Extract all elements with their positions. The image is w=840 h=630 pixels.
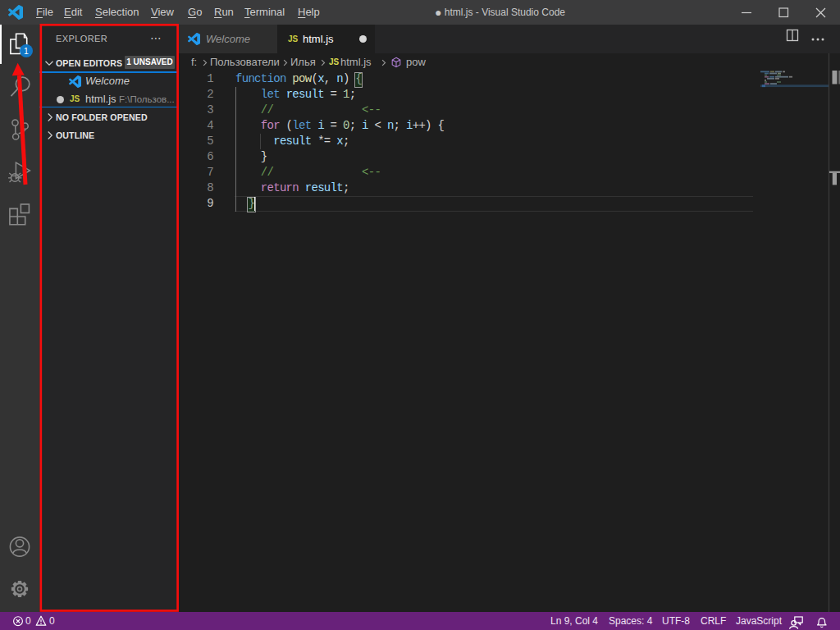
svg-text:1: 1 [24,46,29,56]
